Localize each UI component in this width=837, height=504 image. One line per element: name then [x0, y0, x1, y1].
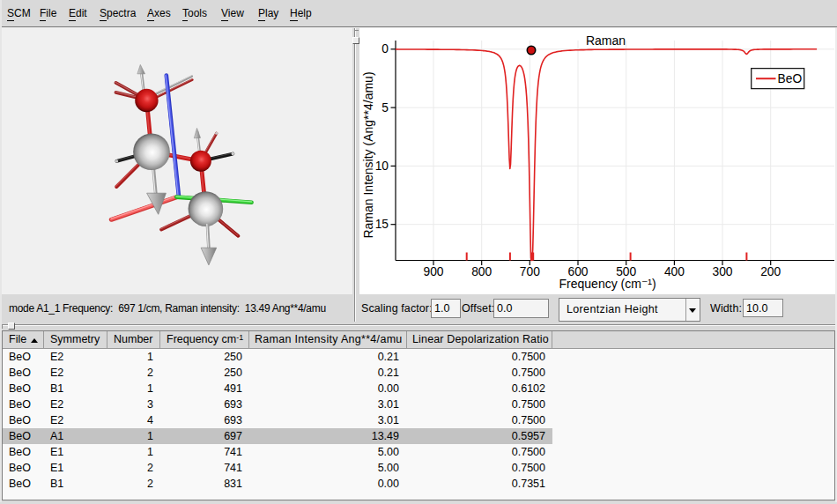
svg-text:5: 5 — [381, 101, 389, 115]
svg-text:300: 300 — [712, 265, 732, 278]
svg-text:800: 800 — [471, 265, 492, 278]
svg-text:10: 10 — [375, 159, 389, 173]
svg-text:200: 200 — [760, 265, 781, 278]
svg-text:BeO: BeO — [778, 72, 803, 85]
svg-text:Raman: Raman — [586, 33, 626, 48]
svg-text:Frequency (cm⁻¹): Frequency (cm⁻¹) — [559, 277, 656, 291]
svg-text:15: 15 — [375, 218, 389, 231]
svg-text:Raman Intensity (Ang**4/amu): Raman Intensity (Ang**4/amu) — [361, 71, 375, 238]
svg-text:400: 400 — [664, 265, 685, 278]
svg-text:0: 0 — [381, 42, 389, 56]
svg-text:900: 900 — [423, 265, 443, 278]
svg-text:700: 700 — [520, 265, 540, 278]
